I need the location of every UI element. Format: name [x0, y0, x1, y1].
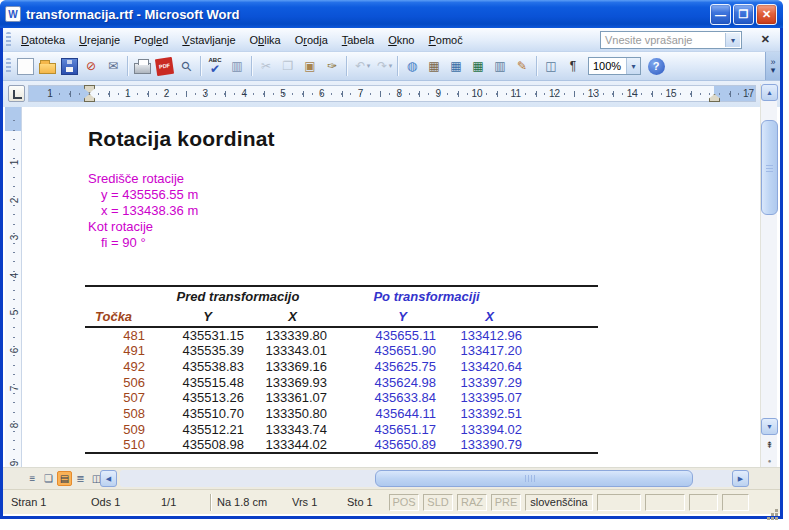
- column-header: X: [438, 306, 524, 327]
- copy-button[interactable]: ❐: [277, 55, 299, 77]
- scroll-right-button[interactable]: ▶: [732, 470, 749, 487]
- vertical-scroll-thumb[interactable]: [761, 120, 778, 215]
- mail-recipient-icon: ✉: [105, 58, 122, 75]
- menu-item-urejanje[interactable]: Urejanje: [72, 31, 127, 49]
- scroll-left-button[interactable]: ◀: [100, 470, 117, 487]
- vertical-ruler[interactable]: 123456789: [5, 107, 22, 467]
- standard-toolbar: ⊘✉PDF⚲ABC✔▥✂❐▣✑↶▾↷▾◍▦▦▦▥✎◫¶100%▾? » ▾: [3, 52, 780, 81]
- toolbar-grip-handle[interactable]: [6, 58, 11, 74]
- table-row: 481435531.15133339.80435655.11133412.96: [85, 327, 598, 343]
- chevron-down-icon[interactable]: ▾: [725, 33, 740, 47]
- menu-item-pomoč[interactable]: Pomoč: [421, 31, 469, 49]
- toolbar-separator: [200, 56, 201, 76]
- table-cell: 435538.83: [147, 359, 246, 375]
- close-document-icon[interactable]: ✕: [761, 33, 770, 46]
- undo-button[interactable]: ↶▾: [350, 55, 372, 77]
- paste-button[interactable]: ▣: [299, 55, 321, 77]
- cut-button[interactable]: ✂: [255, 55, 277, 77]
- toggle-raz[interactable]: RAZ: [457, 494, 487, 511]
- menu-item-oblika[interactable]: Oblika: [243, 31, 288, 49]
- table-cell: 133343.01: [246, 343, 329, 359]
- table-cell: 133361.07: [246, 390, 329, 406]
- menu-item-pogled[interactable]: Pogled: [127, 31, 175, 49]
- toggle-sld[interactable]: SLD: [423, 494, 453, 511]
- toggle-pos[interactable]: POS: [389, 494, 419, 511]
- zoom-select[interactable]: 100%▾: [588, 57, 641, 75]
- scroll-down-button[interactable]: ▼: [761, 418, 778, 435]
- chevron-down-icon[interactable]: ▾: [626, 58, 640, 74]
- toggle-pre[interactable]: PRE: [491, 494, 521, 511]
- web-layout-view-button[interactable]: ❏: [41, 471, 56, 486]
- undo-icon: ↶: [352, 58, 369, 75]
- status-empty-cell: [722, 494, 749, 511]
- insert-table-button[interactable]: ▦: [445, 55, 467, 77]
- table-cell: 133392.51: [438, 406, 524, 422]
- normal-view-button[interactable]: ≡: [25, 471, 40, 486]
- status-empty-cell: [597, 494, 641, 511]
- outline-view-button[interactable]: ≣: [73, 471, 88, 486]
- table-cell: 435508.98: [147, 437, 246, 453]
- scroll-up-button[interactable]: ▲: [761, 84, 778, 101]
- ruler-row: 112345678910111213141517: [3, 81, 780, 107]
- print-button[interactable]: [131, 55, 153, 77]
- research-button[interactable]: ▥: [226, 55, 248, 77]
- table-cell: 435515.48: [147, 374, 246, 390]
- resize-grip[interactable]: [775, 509, 778, 512]
- new-document-button[interactable]: [14, 55, 36, 77]
- menu-item-vstavljanje[interactable]: Vstavljanje: [175, 31, 242, 49]
- menu-grip-handle[interactable]: [6, 32, 11, 48]
- redo-button[interactable]: ↷▾: [372, 55, 394, 77]
- mail-recipient-button[interactable]: ✉: [102, 55, 124, 77]
- columns-button[interactable]: ▥: [489, 55, 511, 77]
- parameter-line: Središče rotacije: [88, 171, 198, 187]
- vertical-scrollbar[interactable]: ▲ ▼ ⇞ ● ⇟: [760, 84, 777, 488]
- window-title: transformacija.rtf - Microsoft Word: [26, 7, 240, 22]
- horizontal-scroll-thumb[interactable]: [375, 470, 693, 487]
- status-empty-cell: [689, 494, 718, 511]
- save-button[interactable]: [58, 55, 80, 77]
- tables-and-borders-icon: ▦: [426, 58, 443, 75]
- document-map-button[interactable]: ◫: [540, 55, 562, 77]
- ruler-number: 4: [9, 269, 20, 281]
- format-painter-button[interactable]: ✑: [321, 55, 343, 77]
- print-layout-view-button[interactable]: ▤: [57, 471, 72, 486]
- title-bar[interactable]: W transformacija.rtf - Microsoft Word —❐…: [0, 0, 783, 28]
- insert-excel-worksheet-button[interactable]: ▦: [467, 55, 489, 77]
- ruler-number: 11: [511, 88, 521, 99]
- ruler-number: 14: [627, 88, 638, 99]
- table-cell: 133397.29: [438, 374, 524, 390]
- menu-item-okno[interactable]: Okno: [381, 31, 421, 49]
- open-button[interactable]: [36, 55, 58, 77]
- help-button[interactable]: ?: [645, 55, 667, 77]
- permission-button[interactable]: ⊘: [80, 55, 102, 77]
- spelling-button[interactable]: ABC✔: [204, 55, 226, 77]
- tables-and-borders-button[interactable]: ▦: [423, 55, 445, 77]
- previous-page-button[interactable]: ⇞: [761, 437, 778, 453]
- ruler-number: 5: [280, 88, 286, 99]
- drawing-button[interactable]: ✎: [511, 55, 533, 77]
- view-buttons: ≡❏▤≣◫: [25, 471, 104, 486]
- menu-item-orodja[interactable]: Orodja: [288, 31, 335, 49]
- table-cell: 133417.20: [438, 343, 524, 359]
- ruler-half-ticks: [70, 91, 752, 97]
- insert-hyperlink-button[interactable]: ◍: [401, 55, 423, 77]
- toolbar-options-button[interactable]: » ▾: [765, 52, 780, 80]
- maximize-button[interactable]: ❐: [733, 4, 754, 25]
- table-row: 508435510.70133350.80435644.11133392.51: [85, 406, 598, 422]
- document-map-icon: ◫: [543, 58, 560, 75]
- tab-stop-selector[interactable]: [8, 85, 25, 102]
- table-cell: 133369.93: [246, 374, 329, 390]
- menu-item-datoteka[interactable]: Datoteka: [14, 31, 72, 49]
- print-preview-button[interactable]: ⚲: [175, 55, 197, 77]
- language-indicator[interactable]: slovenščina: [525, 494, 593, 511]
- menu-item-tabela[interactable]: Tabela: [335, 31, 381, 49]
- pdf-button[interactable]: PDF: [153, 55, 175, 77]
- document-page[interactable]: Rotacija koordinat Središče rotacijey = …: [22, 107, 761, 467]
- toolbar-separator: [346, 56, 347, 76]
- minimize-button[interactable]: —: [710, 4, 731, 25]
- horizontal-ruler[interactable]: 112345678910111213141517: [28, 85, 756, 102]
- show-hide-paragraph-button[interactable]: ¶: [562, 55, 584, 77]
- ask-question-input[interactable]: Vnesite vprašanje ▾: [600, 31, 742, 49]
- table-cell: 133344.02: [246, 437, 329, 453]
- close-button[interactable]: ✕: [756, 4, 777, 25]
